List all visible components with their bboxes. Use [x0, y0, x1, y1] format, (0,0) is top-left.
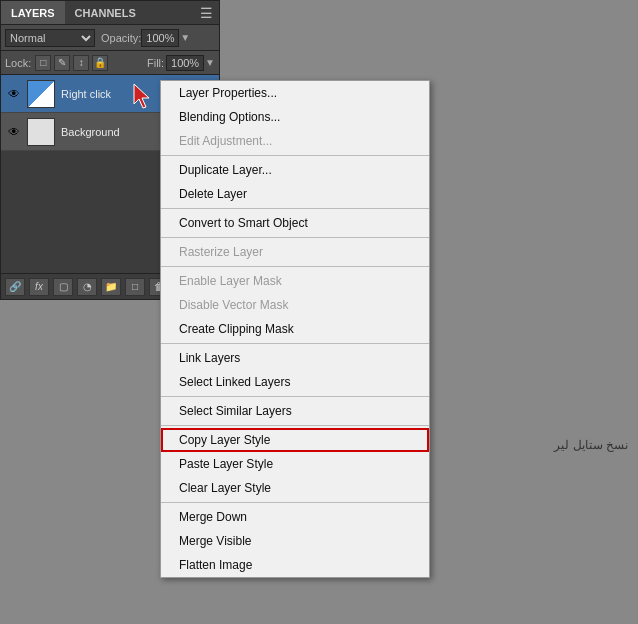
- menu-item-delete-layer[interactable]: Delete Layer: [161, 182, 429, 206]
- lock-paint-btn[interactable]: ✎: [54, 55, 70, 71]
- menu-item-clear-style[interactable]: Clear Layer Style: [161, 476, 429, 500]
- menu-item-disable-vector: Disable Vector Mask: [161, 293, 429, 317]
- menu-separator: [161, 155, 429, 156]
- menu-item-flatten-image[interactable]: Flatten Image: [161, 553, 429, 577]
- opacity-arrow-icon[interactable]: ▼: [180, 32, 190, 43]
- layer-visibility-icon[interactable]: 👁: [5, 85, 23, 103]
- menu-item-select-similar[interactable]: Select Similar Layers: [161, 399, 429, 423]
- layer-name: Right click: [61, 88, 111, 100]
- panel-toolbar: Normal Opacity: ▼: [1, 25, 219, 51]
- lock-all-btn[interactable]: 🔒: [92, 55, 108, 71]
- lock-icons: □ ✎ ↕ 🔒: [35, 55, 147, 71]
- fill-label: Fill:: [147, 57, 164, 69]
- menu-separator: [161, 343, 429, 344]
- menu-item-link-layers[interactable]: Link Layers: [161, 346, 429, 370]
- panel-menu-icon[interactable]: ☰: [200, 5, 213, 21]
- menu-item-select-linked[interactable]: Select Linked Layers: [161, 370, 429, 394]
- layer-visibility-bg-icon[interactable]: 👁: [5, 123, 23, 141]
- layer-thumbnail: [27, 80, 55, 108]
- context-menu: Layer Properties...Blending Options...Ed…: [160, 80, 430, 578]
- menu-separator: [161, 502, 429, 503]
- lock-move-btn[interactable]: ↕: [73, 55, 89, 71]
- new-layer-btn[interactable]: □: [125, 278, 145, 296]
- tab-layers[interactable]: LAYERS: [1, 1, 65, 24]
- blend-mode-select[interactable]: Normal: [5, 29, 95, 47]
- menu-item-duplicate-layer[interactable]: Duplicate Layer...: [161, 158, 429, 182]
- opacity-label: Opacity:: [101, 32, 141, 44]
- menu-item-blending-options[interactable]: Blending Options...: [161, 105, 429, 129]
- menu-item-edit-adjustment: Edit Adjustment...: [161, 129, 429, 153]
- link-layers-btn[interactable]: 🔗: [5, 278, 25, 296]
- arabic-label: نسخ ستايل لير: [554, 438, 628, 452]
- layer-bg-name: Background: [61, 126, 120, 138]
- adjustment-btn[interactable]: ◔: [77, 278, 97, 296]
- menu-separator: [161, 237, 429, 238]
- menu-separator: [161, 266, 429, 267]
- menu-separator: [161, 208, 429, 209]
- menu-item-layer-properties[interactable]: Layer Properties...: [161, 81, 429, 105]
- panel-tabs: LAYERS CHANNELS ☰: [1, 1, 219, 25]
- menu-separator: [161, 396, 429, 397]
- mask-btn[interactable]: ▢: [53, 278, 73, 296]
- menu-item-enable-mask: Enable Layer Mask: [161, 269, 429, 293]
- menu-item-rasterize: Rasterize Layer: [161, 240, 429, 264]
- lock-transparency-btn[interactable]: □: [35, 55, 51, 71]
- menu-item-merge-down[interactable]: Merge Down: [161, 505, 429, 529]
- layer-bg-thumbnail: [27, 118, 55, 146]
- menu-item-copy-style[interactable]: Copy Layer Style: [161, 428, 429, 452]
- opacity-input[interactable]: [141, 29, 179, 47]
- tab-channels[interactable]: CHANNELS: [65, 1, 146, 24]
- fill-input[interactable]: [166, 55, 204, 71]
- lock-label: Lock:: [5, 57, 31, 69]
- group-btn[interactable]: 📁: [101, 278, 121, 296]
- menu-item-clipping-mask[interactable]: Create Clipping Mask: [161, 317, 429, 341]
- menu-item-paste-style[interactable]: Paste Layer Style: [161, 452, 429, 476]
- lock-bar: Lock: □ ✎ ↕ 🔒 Fill: ▼: [1, 51, 219, 75]
- fill-arrow-icon[interactable]: ▼: [205, 57, 215, 68]
- fx-btn[interactable]: fx: [29, 278, 49, 296]
- menu-separator: [161, 425, 429, 426]
- menu-item-merge-visible[interactable]: Merge Visible: [161, 529, 429, 553]
- menu-item-convert-smart[interactable]: Convert to Smart Object: [161, 211, 429, 235]
